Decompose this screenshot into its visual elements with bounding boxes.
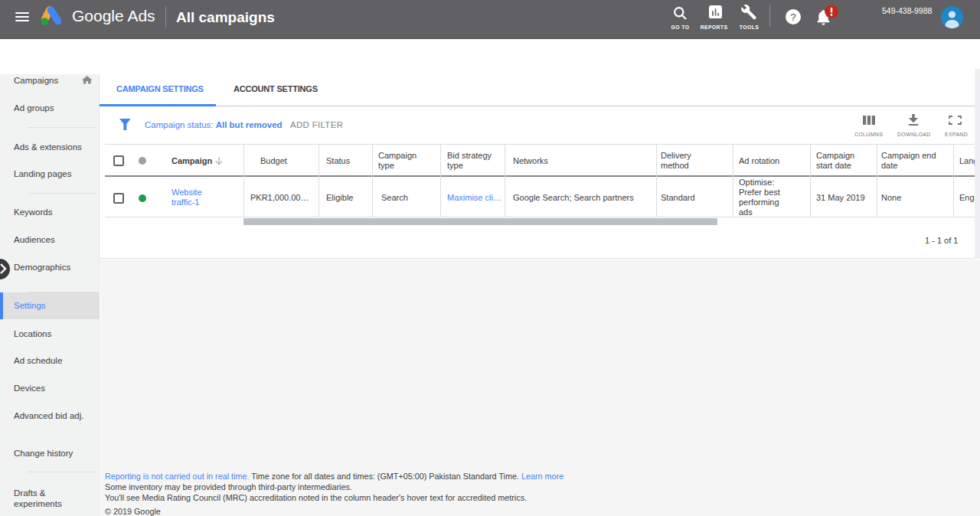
svg-text:?: ?: [790, 11, 796, 23]
